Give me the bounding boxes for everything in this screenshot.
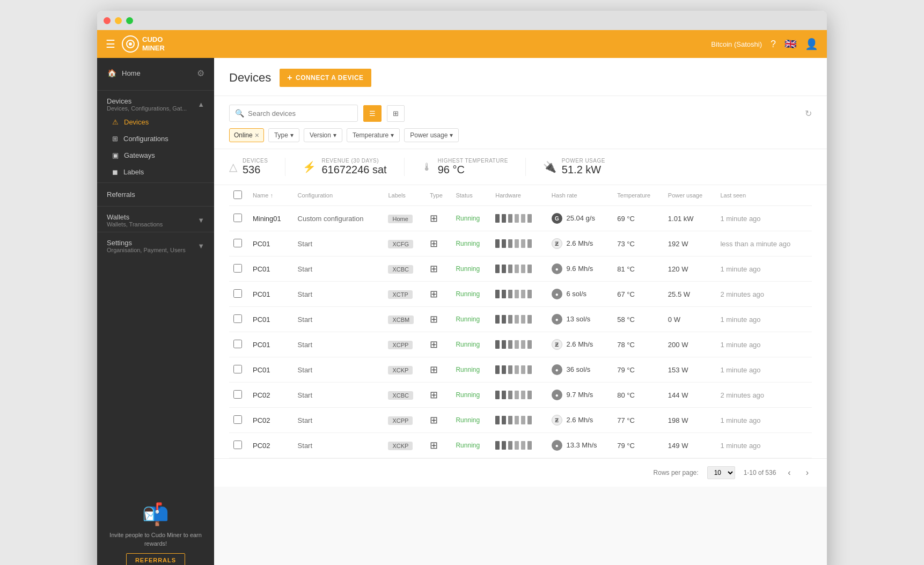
power-stat-icon: 🔌: [543, 160, 556, 173]
sidebar-referrals-label: Referrals: [107, 190, 135, 199]
revenue-stat-icon: ⚡: [303, 160, 316, 173]
row-type: ⊞: [426, 433, 451, 458]
sidebar-item-configurations[interactable]: ⊞ Configurations: [97, 130, 214, 147]
row-name: PC02: [248, 408, 294, 433]
row-type: ⊞: [426, 206, 451, 231]
row-label: Home: [384, 206, 426, 231]
sidebar-item-referrals[interactable]: Referrals: [97, 185, 214, 204]
sidebar-item-gateways[interactable]: ▣ Gateways: [97, 147, 214, 164]
row-checkbox[interactable]: [233, 289, 242, 298]
row-hashrate: Ƶ 2.6 Mh/s: [547, 231, 613, 256]
grid-view-button[interactable]: ⊞: [387, 105, 405, 122]
online-filter-remove[interactable]: ×: [255, 131, 259, 140]
row-label: XCKP: [384, 357, 426, 383]
user-icon[interactable]: 👤: [805, 38, 818, 50]
navbar-right: Bitcoin (Satoshi) ? 🇬🇧 👤: [711, 38, 818, 50]
settings-gear-icon[interactable]: ⚙: [197, 68, 204, 78]
row-checkbox[interactable]: [233, 365, 242, 373]
sidebar-item-devices[interactable]: ⚠ Devices: [97, 114, 214, 130]
refresh-button[interactable]: ↻: [805, 108, 812, 119]
maximize-button[interactable]: [126, 17, 133, 24]
hamburger-icon[interactable]: ☰: [106, 38, 115, 50]
settings-expand-icon[interactable]: ▼: [197, 242, 204, 250]
sidebar-home-label: Home: [122, 69, 141, 77]
sidebar-item-home[interactable]: 🏠 Home: [107, 62, 141, 84]
row-config: Start: [294, 433, 384, 458]
col-configuration: Configuration: [294, 185, 384, 206]
row-hardware: [491, 282, 547, 307]
search-input[interactable]: [248, 109, 352, 118]
sidebar-divider-2: [97, 182, 214, 183]
row-checkbox[interactable]: [233, 264, 242, 273]
row-hardware: [491, 433, 547, 458]
table-row: PC01 Start XCFG ⊞ Running Ƶ 2.6 Mh/s 73 …: [229, 231, 812, 256]
rows-per-page-select[interactable]: 10 25 50: [707, 466, 735, 479]
table-row: PC01 Start XCPP ⊞ Running Ƶ 2.6 Mh/s 78 …: [229, 332, 812, 357]
row-temperature: 80 °C: [613, 383, 664, 408]
row-checkbox[interactable]: [233, 441, 242, 449]
temperature-filter-button[interactable]: Temperature ▾: [347, 128, 400, 142]
col-power: Power usage: [664, 185, 716, 206]
power-stat-value: 51.2 kW: [562, 164, 605, 176]
row-checkbox[interactable]: [233, 214, 242, 222]
row-checkbox[interactable]: [233, 390, 242, 399]
prev-page-button[interactable]: ‹: [784, 467, 794, 479]
row-lastseen: 1 minute ago: [716, 206, 812, 231]
row-checkbox[interactable]: [233, 239, 242, 247]
next-page-button[interactable]: ›: [803, 467, 812, 479]
row-status: Running: [451, 433, 491, 458]
version-filter-button[interactable]: Version ▾: [304, 128, 342, 142]
row-checkbox[interactable]: [233, 340, 242, 348]
help-icon[interactable]: ?: [771, 39, 776, 50]
row-label: XCBC: [384, 383, 426, 408]
wallets-expand-icon[interactable]: ▼: [197, 216, 204, 224]
row-config: Start: [294, 357, 384, 383]
gateways-icon: ▣: [112, 151, 119, 159]
app-window: ☰ CUDOMINER Bitcoin (Satoshi) ? 🇬🇧 👤: [97, 11, 827, 565]
logo-circle: [122, 35, 139, 53]
temperature-filter-label: Temperature: [353, 131, 388, 139]
minimize-button[interactable]: [115, 17, 122, 24]
referral-button[interactable]: REFERRALS: [126, 553, 185, 565]
table-row: PC02 Start XCPP ⊞ Running Ƶ 2.6 Mh/s 77 …: [229, 408, 812, 433]
devices-group-label: Devices: [107, 97, 187, 105]
row-hashrate: ● 13 sol/s: [547, 307, 613, 332]
close-button[interactable]: [104, 17, 111, 24]
sidebar-gateways-label: Gateways: [124, 151, 155, 159]
temperature-stat-label: HIGHEST TEMPERATURE: [438, 158, 508, 164]
language-flag[interactable]: 🇬🇧: [784, 38, 796, 50]
select-all-checkbox[interactable]: [233, 190, 242, 199]
devices-collapse-icon[interactable]: ▲: [197, 100, 204, 108]
col-name[interactable]: Name ↑: [248, 185, 294, 206]
wallets-group-header: Wallets Wallets, Transactions ▼: [97, 209, 214, 230]
power-filter-button[interactable]: Power usage ▾: [404, 128, 459, 142]
row-power: 144 W: [664, 383, 716, 408]
devices-stat-value: 536: [243, 164, 268, 176]
row-temperature: 73 °C: [613, 231, 664, 256]
type-filter-button[interactable]: Type ▾: [268, 128, 299, 142]
wallets-label: Wallets: [107, 213, 163, 221]
connect-device-button[interactable]: + CONNECT A DEVICE: [280, 69, 371, 87]
row-power: 1.01 kW: [664, 206, 716, 231]
row-status: Running: [451, 231, 491, 256]
row-checkbox[interactable]: [233, 415, 242, 424]
navbar: ☰ CUDOMINER Bitcoin (Satoshi) ? 🇬🇧 👤: [97, 30, 827, 58]
row-checkbox[interactable]: [233, 314, 242, 323]
sidebar-devices-label: Devices: [124, 118, 149, 126]
row-label: XCTP: [384, 282, 426, 307]
row-hardware: [491, 332, 547, 357]
table-row: PC01 Start XCTP ⊞ Running ● 6 sol/s 67 °…: [229, 282, 812, 307]
row-label: XCPP: [384, 408, 426, 433]
logo: CUDOMINER: [122, 35, 165, 53]
col-hardware: Hardware: [491, 185, 547, 206]
row-power: 198 W: [664, 408, 716, 433]
row-config: Start: [294, 231, 384, 256]
temperature-stat-value: 96 °C: [438, 164, 508, 176]
col-labels: Labels: [384, 185, 426, 206]
row-temperature: 67 °C: [613, 282, 664, 307]
sidebar-item-labels[interactable]: ◼ Labels: [97, 164, 214, 180]
list-view-button[interactable]: ☰: [363, 105, 382, 122]
row-hashrate: Ƶ 2.6 Mh/s: [547, 408, 613, 433]
sidebar-divider-3: [97, 206, 214, 207]
row-power: 149 W: [664, 433, 716, 458]
